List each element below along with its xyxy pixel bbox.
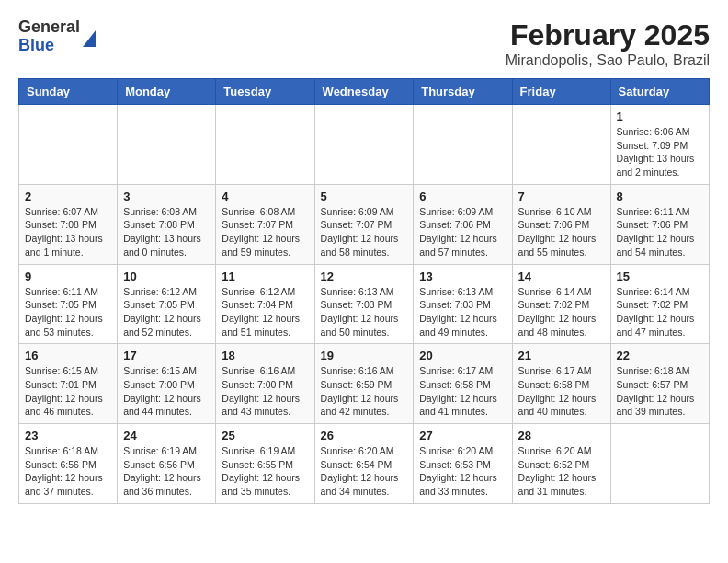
calendar-cell: 2Sunrise: 6:07 AM Sunset: 7:08 PM Daylig… [19,184,118,264]
day-info: Sunrise: 6:11 AM Sunset: 7:05 PM Dayligh… [25,285,111,339]
day-number: 17 [123,349,210,362]
calendar-cell [216,105,314,185]
calendar-cell: 21Sunrise: 6:17 AM Sunset: 6:58 PM Dayli… [512,344,610,424]
weekday-header-saturday: Saturday [610,79,709,105]
weekday-header-sunday: Sunday [19,79,118,105]
day-number: 4 [222,190,308,203]
day-number: 25 [222,429,308,442]
calendar-cell: 20Sunrise: 6:17 AM Sunset: 6:58 PM Dayli… [414,344,512,424]
calendar-cell: 17Sunrise: 6:15 AM Sunset: 7:00 PM Dayli… [118,344,216,424]
day-info: Sunrise: 6:14 AM Sunset: 7:02 PM Dayligh… [617,285,703,339]
calendar-cell: 16Sunrise: 6:15 AM Sunset: 7:01 PM Dayli… [19,344,118,424]
day-number: 9 [25,270,111,283]
calendar-cell: 28Sunrise: 6:20 AM Sunset: 6:52 PM Dayli… [512,424,610,504]
weekday-header-friday: Friday [512,79,610,105]
calendar-cell: 3Sunrise: 6:08 AM Sunset: 7:08 PM Daylig… [118,184,216,264]
logo-blue: Blue [18,37,80,55]
calendar-week-3: 9Sunrise: 6:11 AM Sunset: 7:05 PM Daylig… [19,264,710,344]
calendar-cell: 18Sunrise: 6:16 AM Sunset: 7:00 PM Dayli… [216,344,314,424]
calendar-week-1: 1Sunrise: 6:06 AM Sunset: 7:09 PM Daylig… [19,105,710,185]
day-number: 20 [419,349,506,362]
day-number: 22 [617,349,703,362]
title-block: February 2025 Mirandopolis, Sao Paulo, B… [506,18,710,69]
weekday-header-wednesday: Wednesday [314,79,414,105]
page-header: General Blue February 2025 Mirandopolis,… [18,18,710,69]
calendar-week-2: 2Sunrise: 6:07 AM Sunset: 7:08 PM Daylig… [19,184,710,264]
day-info: Sunrise: 6:18 AM Sunset: 6:56 PM Dayligh… [25,444,111,499]
calendar-cell [610,424,709,504]
day-info: Sunrise: 6:20 AM Sunset: 6:52 PM Dayligh… [518,444,605,499]
day-info: Sunrise: 6:19 AM Sunset: 6:55 PM Dayligh… [222,444,308,499]
calendar-cell: 14Sunrise: 6:14 AM Sunset: 7:02 PM Dayli… [512,264,610,344]
logo-text: General Blue [18,18,80,55]
day-number: 16 [25,349,111,362]
day-info: Sunrise: 6:20 AM Sunset: 6:53 PM Dayligh… [419,444,506,499]
calendar-cell [118,105,216,185]
day-number: 21 [518,349,605,362]
calendar-cell: 1Sunrise: 6:06 AM Sunset: 7:09 PM Daylig… [610,105,709,185]
calendar-title: February 2025 [506,18,710,52]
calendar-cell [19,105,118,185]
calendar-cell [314,105,414,185]
calendar-cell: 7Sunrise: 6:10 AM Sunset: 7:06 PM Daylig… [512,184,610,264]
calendar-cell: 6Sunrise: 6:09 AM Sunset: 7:06 PM Daylig… [414,184,512,264]
calendar-subtitle: Mirandopolis, Sao Paulo, Brazil [506,52,710,69]
calendar-cell: 22Sunrise: 6:18 AM Sunset: 6:57 PM Dayli… [610,344,709,424]
day-info: Sunrise: 6:09 AM Sunset: 7:07 PM Dayligh… [321,205,408,259]
calendar-cell: 23Sunrise: 6:18 AM Sunset: 6:56 PM Dayli… [19,424,118,504]
logo-icon [83,30,96,47]
weekday-header-thursday: Thursday [414,79,512,105]
day-number: 28 [518,429,605,442]
day-info: Sunrise: 6:13 AM Sunset: 7:03 PM Dayligh… [419,285,506,339]
calendar-cell: 19Sunrise: 6:16 AM Sunset: 6:59 PM Dayli… [314,344,414,424]
day-number: 8 [617,190,703,203]
calendar-cell: 15Sunrise: 6:14 AM Sunset: 7:02 PM Dayli… [610,264,709,344]
day-info: Sunrise: 6:15 AM Sunset: 7:01 PM Dayligh… [25,364,111,419]
calendar-cell: 9Sunrise: 6:11 AM Sunset: 7:05 PM Daylig… [19,264,118,344]
day-info: Sunrise: 6:19 AM Sunset: 6:56 PM Dayligh… [123,444,210,499]
day-number: 12 [321,270,408,283]
day-number: 3 [123,190,210,203]
day-info: Sunrise: 6:09 AM Sunset: 7:06 PM Dayligh… [419,205,506,259]
day-number: 2 [25,190,111,203]
weekday-header-monday: Monday [118,79,216,105]
logo: General Blue [18,18,96,55]
day-number: 14 [518,270,605,283]
calendar-cell: 11Sunrise: 6:12 AM Sunset: 7:04 PM Dayli… [216,264,314,344]
calendar-week-4: 16Sunrise: 6:15 AM Sunset: 7:01 PM Dayli… [19,344,710,424]
calendar-cell: 24Sunrise: 6:19 AM Sunset: 6:56 PM Dayli… [118,424,216,504]
calendar-cell: 27Sunrise: 6:20 AM Sunset: 6:53 PM Dayli… [414,424,512,504]
calendar-week-5: 23Sunrise: 6:18 AM Sunset: 6:56 PM Dayli… [19,424,710,504]
day-number: 18 [222,349,308,362]
day-number: 19 [321,349,408,362]
day-info: Sunrise: 6:07 AM Sunset: 7:08 PM Dayligh… [25,205,111,259]
day-info: Sunrise: 6:16 AM Sunset: 6:59 PM Dayligh… [321,364,408,419]
calendar-cell: 26Sunrise: 6:20 AM Sunset: 6:54 PM Dayli… [314,424,414,504]
day-number: 23 [25,429,111,442]
day-info: Sunrise: 6:11 AM Sunset: 7:06 PM Dayligh… [617,205,703,259]
day-info: Sunrise: 6:17 AM Sunset: 6:58 PM Dayligh… [419,364,506,419]
day-info: Sunrise: 6:16 AM Sunset: 7:00 PM Dayligh… [222,364,308,419]
weekday-header-tuesday: Tuesday [216,79,314,105]
logo-general: General [18,18,80,37]
day-number: 24 [123,429,210,442]
calendar-cell: 25Sunrise: 6:19 AM Sunset: 6:55 PM Dayli… [216,424,314,504]
day-number: 5 [321,190,408,203]
day-number: 10 [123,270,210,283]
day-number: 15 [617,270,703,283]
calendar-cell: 8Sunrise: 6:11 AM Sunset: 7:06 PM Daylig… [610,184,709,264]
weekday-header-row: SundayMondayTuesdayWednesdayThursdayFrid… [19,79,710,105]
day-info: Sunrise: 6:10 AM Sunset: 7:06 PM Dayligh… [518,205,605,259]
day-info: Sunrise: 6:20 AM Sunset: 6:54 PM Dayligh… [321,444,408,499]
day-info: Sunrise: 6:14 AM Sunset: 7:02 PM Dayligh… [518,285,605,339]
calendar-cell: 12Sunrise: 6:13 AM Sunset: 7:03 PM Dayli… [314,264,414,344]
day-number: 7 [518,190,605,203]
calendar-cell [414,105,512,185]
day-info: Sunrise: 6:12 AM Sunset: 7:04 PM Dayligh… [222,285,308,339]
day-info: Sunrise: 6:08 AM Sunset: 7:07 PM Dayligh… [222,205,308,259]
day-info: Sunrise: 6:18 AM Sunset: 6:57 PM Dayligh… [617,364,703,419]
day-info: Sunrise: 6:15 AM Sunset: 7:00 PM Dayligh… [123,364,210,419]
calendar-cell [512,105,610,185]
calendar-cell: 5Sunrise: 6:09 AM Sunset: 7:07 PM Daylig… [314,184,414,264]
calendar-cell: 13Sunrise: 6:13 AM Sunset: 7:03 PM Dayli… [414,264,512,344]
